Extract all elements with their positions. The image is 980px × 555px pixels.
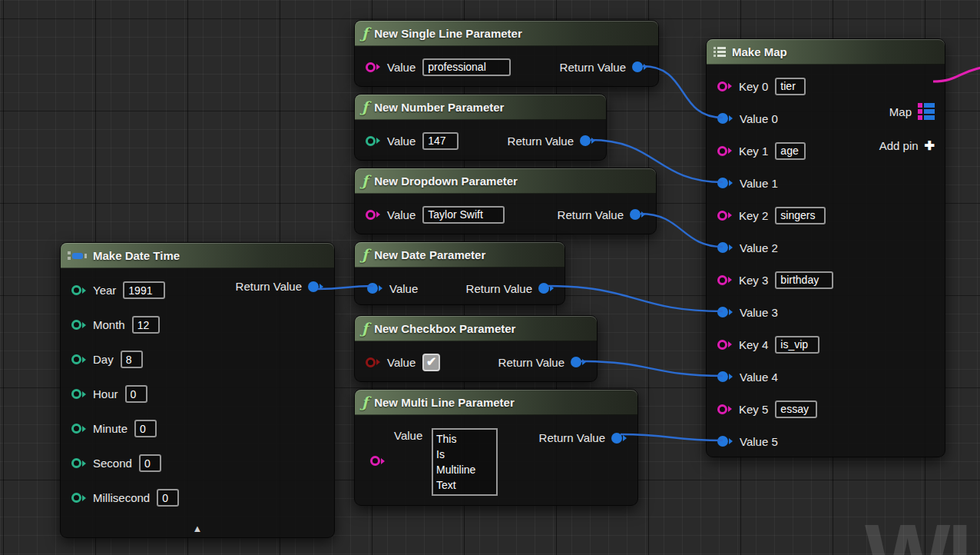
year-input[interactable] [123,281,165,299]
add-pin-button[interactable]: Add pin ✚ [879,138,935,153]
year-input-pin[interactable] [71,285,86,295]
month-input-pin[interactable] [71,320,86,330]
key-0-input[interactable] [775,78,806,95]
make-struct-icon [68,251,87,260]
key-4-pin[interactable] [717,340,732,350]
value-input-pin[interactable] [367,283,382,294]
value-pin-label: Value [387,356,416,369]
pin-row-millisecond: Millisecond [61,480,334,515]
millisecond-input-pin[interactable] [71,493,86,503]
value-pin-label: Value [389,282,418,295]
return-value-label: Return Value [236,280,302,293]
value-pin-label: Value [387,135,416,148]
return-value-pin[interactable] [308,281,323,292]
node-make-date-time: Make Date Time Year Month Day Hour [60,242,335,538]
node-header[interactable]: ƒ New Checkbox Parameter [355,316,597,341]
key-3-label: Key 3 [739,274,768,287]
node-header[interactable]: ƒ New Dropdown Parameter [355,168,656,194]
millisecond-input[interactable] [157,489,179,507]
return-value-label: Return Value [539,431,605,444]
minute-input-pin[interactable] [71,424,86,434]
node-header[interactable]: ƒ New Multi Line Parameter [355,390,637,415]
node-new-date-parameter: ƒ New Date Parameter Value Return Value [354,241,565,305]
return-value-row: Return Value [236,280,323,293]
value-input[interactable] [422,132,459,150]
return-value-row: Return Value [558,208,645,221]
function-icon: ƒ [362,248,368,262]
node-title: New Checkbox Parameter [374,322,515,335]
key-row-0: Key 0 [707,70,945,102]
minute-input[interactable] [134,420,157,437]
node-new-multi-line-parameter: ƒ New Multi Line Parameter Value This Is… [354,389,638,506]
value-0-label: Value 0 [740,112,778,125]
second-input[interactable] [139,454,161,472]
value-textarea[interactable]: This Is Multiline Text [432,428,498,496]
day-input[interactable] [121,351,143,368]
node-new-number-parameter: ƒ New Number Parameter Value Return Valu… [354,94,607,161]
second-input-pin[interactable] [71,458,86,468]
key-0-label: Key 0 [739,80,768,93]
key-4-label: Key 4 [739,338,768,351]
collapse-node-arrow[interactable]: ▲ [193,523,203,533]
value-checkbox[interactable]: ✔ [422,354,440,371]
key-5-input[interactable] [775,400,817,418]
hour-input[interactable] [125,385,147,403]
node-make-map-header[interactable]: Make Map [707,39,945,65]
value-row-4: Value 4 [707,361,945,393]
key-5-pin[interactable] [717,404,732,414]
node-header[interactable]: ƒ New Number Parameter [355,95,606,120]
return-value-row: Return Value [560,61,647,74]
key-2-pin[interactable] [717,211,732,221]
value-input[interactable] [422,206,505,224]
value-input-pin[interactable] [366,210,380,220]
key-0-pin[interactable] [717,81,732,91]
add-pin-label: Add pin [879,139,919,152]
minute-pin-label: Minute [93,422,127,435]
return-value-row: Return Value [539,431,627,444]
node-header[interactable]: ƒ New Date Parameter [355,242,564,268]
blueprint-graph-canvas[interactable]: WU Make Date Time Year Month Day [0,0,980,555]
month-input[interactable] [132,316,160,334]
value-pin-label: Value [387,208,416,221]
value-pin-label: Value [387,61,416,74]
wire-date-to-value3[interactable] [548,286,723,311]
return-value-label: Return Value [558,208,624,221]
day-input-pin[interactable] [71,354,86,364]
value-input[interactable] [422,58,511,76]
month-pin-label: Month [93,318,125,331]
hour-input-pin[interactable] [71,389,86,399]
node-title: Make Map [732,45,787,58]
value-input-pin[interactable] [366,357,380,367]
value-pin-label: Value [394,429,422,442]
value-input-pin[interactable] [370,456,385,466]
year-pin-label: Year [93,284,116,297]
node-header[interactable]: ƒ New Single Line Parameter [355,21,658,46]
return-value-pin[interactable] [538,283,554,294]
node-make-date-time-header[interactable]: Make Date Time [61,243,334,268]
day-pin-label: Day [93,353,114,366]
value-2-label: Value 2 [740,241,778,254]
key-1-pin[interactable] [717,146,732,156]
value-row-3: Value 3 [707,296,945,328]
value-3-label: Value 3 [740,306,778,319]
key-2-input[interactable] [775,207,826,224]
return-value-label: Return Value [498,356,564,369]
function-icon: ƒ [362,26,368,41]
key-3-pin[interactable] [717,275,732,285]
return-value-label: Return Value [508,135,574,148]
key-4-input[interactable] [775,336,819,354]
value-1-label: Value 1 [740,177,778,190]
node-title: New Multi Line Parameter [374,396,515,409]
value-4-label: Value 4 [740,371,778,384]
node-new-dropdown-parameter: ƒ New Dropdown Parameter Value Return Va… [354,168,657,234]
wire-checkbox-to-value4[interactable] [580,361,723,376]
value-input-pin[interactable] [366,136,380,146]
key-1-input[interactable] [775,142,806,160]
value-input-pin[interactable] [366,62,380,72]
map-output-pin[interactable] [918,103,935,120]
return-value-row: Return Value [466,282,554,295]
value-5-label: Value 5 [740,435,778,448]
key-2-label: Key 2 [739,209,768,222]
key-3-input[interactable] [775,271,833,289]
pin-row-second: Second [61,446,334,480]
